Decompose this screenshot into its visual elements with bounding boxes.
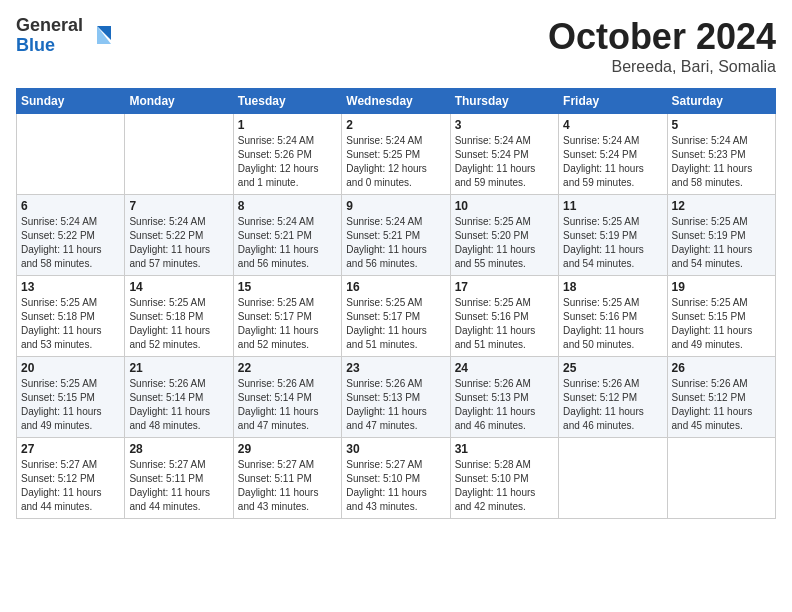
day-number: 3 [455,118,554,132]
logo-icon [87,22,115,50]
day-number: 11 [563,199,662,213]
calendar-cell: 15Sunrise: 5:25 AMSunset: 5:17 PMDayligh… [233,276,341,357]
calendar-cell: 27Sunrise: 5:27 AMSunset: 5:12 PMDayligh… [17,438,125,519]
day-number: 16 [346,280,445,294]
calendar-cell: 1Sunrise: 5:24 AMSunset: 5:26 PMDaylight… [233,114,341,195]
calendar-cell: 13Sunrise: 5:25 AMSunset: 5:18 PMDayligh… [17,276,125,357]
calendar-week-row: 27Sunrise: 5:27 AMSunset: 5:12 PMDayligh… [17,438,776,519]
day-info: Sunrise: 5:25 AMSunset: 5:19 PMDaylight:… [563,215,662,271]
calendar-cell [125,114,233,195]
day-info: Sunrise: 5:27 AMSunset: 5:11 PMDaylight:… [238,458,337,514]
calendar-cell: 26Sunrise: 5:26 AMSunset: 5:12 PMDayligh… [667,357,775,438]
day-info: Sunrise: 5:26 AMSunset: 5:12 PMDaylight:… [672,377,771,433]
month-title: October 2024 [548,16,776,58]
calendar-cell [17,114,125,195]
day-info: Sunrise: 5:25 AMSunset: 5:15 PMDaylight:… [21,377,120,433]
calendar-cell: 29Sunrise: 5:27 AMSunset: 5:11 PMDayligh… [233,438,341,519]
calendar-cell: 22Sunrise: 5:26 AMSunset: 5:14 PMDayligh… [233,357,341,438]
day-info: Sunrise: 5:24 AMSunset: 5:21 PMDaylight:… [346,215,445,271]
weekday-header: Sunday [17,89,125,114]
weekday-header: Saturday [667,89,775,114]
day-number: 29 [238,442,337,456]
day-number: 9 [346,199,445,213]
day-number: 8 [238,199,337,213]
weekday-header: Wednesday [342,89,450,114]
day-info: Sunrise: 5:24 AMSunset: 5:23 PMDaylight:… [672,134,771,190]
calendar-cell: 19Sunrise: 5:25 AMSunset: 5:15 PMDayligh… [667,276,775,357]
day-info: Sunrise: 5:24 AMSunset: 5:26 PMDaylight:… [238,134,337,190]
calendar-cell: 31Sunrise: 5:28 AMSunset: 5:10 PMDayligh… [450,438,558,519]
day-info: Sunrise: 5:25 AMSunset: 5:16 PMDaylight:… [455,296,554,352]
day-info: Sunrise: 5:26 AMSunset: 5:14 PMDaylight:… [129,377,228,433]
day-number: 20 [21,361,120,375]
calendar-cell: 21Sunrise: 5:26 AMSunset: 5:14 PMDayligh… [125,357,233,438]
calendar-week-row: 1Sunrise: 5:24 AMSunset: 5:26 PMDaylight… [17,114,776,195]
day-number: 13 [21,280,120,294]
day-info: Sunrise: 5:24 AMSunset: 5:25 PMDaylight:… [346,134,445,190]
day-number: 18 [563,280,662,294]
logo-blue: Blue [16,36,83,56]
calendar-header-row: SundayMondayTuesdayWednesdayThursdayFrid… [17,89,776,114]
day-info: Sunrise: 5:24 AMSunset: 5:22 PMDaylight:… [21,215,120,271]
calendar-cell: 14Sunrise: 5:25 AMSunset: 5:18 PMDayligh… [125,276,233,357]
day-info: Sunrise: 5:25 AMSunset: 5:15 PMDaylight:… [672,296,771,352]
logo: General Blue [16,16,115,56]
day-number: 23 [346,361,445,375]
calendar-cell: 16Sunrise: 5:25 AMSunset: 5:17 PMDayligh… [342,276,450,357]
day-info: Sunrise: 5:25 AMSunset: 5:16 PMDaylight:… [563,296,662,352]
day-info: Sunrise: 5:25 AMSunset: 5:17 PMDaylight:… [238,296,337,352]
day-number: 26 [672,361,771,375]
logo-general: General [16,16,83,36]
day-number: 21 [129,361,228,375]
day-number: 22 [238,361,337,375]
weekday-header: Friday [559,89,667,114]
day-number: 7 [129,199,228,213]
day-info: Sunrise: 5:27 AMSunset: 5:12 PMDaylight:… [21,458,120,514]
calendar-cell: 18Sunrise: 5:25 AMSunset: 5:16 PMDayligh… [559,276,667,357]
day-number: 10 [455,199,554,213]
calendar-cell: 6Sunrise: 5:24 AMSunset: 5:22 PMDaylight… [17,195,125,276]
calendar-cell: 5Sunrise: 5:24 AMSunset: 5:23 PMDaylight… [667,114,775,195]
calendar-week-row: 6Sunrise: 5:24 AMSunset: 5:22 PMDaylight… [17,195,776,276]
calendar-cell: 4Sunrise: 5:24 AMSunset: 5:24 PMDaylight… [559,114,667,195]
day-number: 1 [238,118,337,132]
day-number: 19 [672,280,771,294]
weekday-header: Tuesday [233,89,341,114]
calendar-cell: 2Sunrise: 5:24 AMSunset: 5:25 PMDaylight… [342,114,450,195]
day-info: Sunrise: 5:26 AMSunset: 5:13 PMDaylight:… [455,377,554,433]
calendar-table: SundayMondayTuesdayWednesdayThursdayFrid… [16,88,776,519]
calendar-cell: 17Sunrise: 5:25 AMSunset: 5:16 PMDayligh… [450,276,558,357]
calendar-cell: 24Sunrise: 5:26 AMSunset: 5:13 PMDayligh… [450,357,558,438]
calendar-cell: 30Sunrise: 5:27 AMSunset: 5:10 PMDayligh… [342,438,450,519]
day-number: 28 [129,442,228,456]
day-info: Sunrise: 5:27 AMSunset: 5:10 PMDaylight:… [346,458,445,514]
calendar-cell: 20Sunrise: 5:25 AMSunset: 5:15 PMDayligh… [17,357,125,438]
weekday-header: Monday [125,89,233,114]
day-info: Sunrise: 5:25 AMSunset: 5:18 PMDaylight:… [129,296,228,352]
calendar-cell: 10Sunrise: 5:25 AMSunset: 5:20 PMDayligh… [450,195,558,276]
day-info: Sunrise: 5:25 AMSunset: 5:20 PMDaylight:… [455,215,554,271]
day-info: Sunrise: 5:24 AMSunset: 5:22 PMDaylight:… [129,215,228,271]
day-info: Sunrise: 5:24 AMSunset: 5:21 PMDaylight:… [238,215,337,271]
day-number: 30 [346,442,445,456]
calendar-cell: 25Sunrise: 5:26 AMSunset: 5:12 PMDayligh… [559,357,667,438]
calendar-cell: 3Sunrise: 5:24 AMSunset: 5:24 PMDaylight… [450,114,558,195]
day-number: 15 [238,280,337,294]
calendar-cell: 9Sunrise: 5:24 AMSunset: 5:21 PMDaylight… [342,195,450,276]
calendar-cell: 8Sunrise: 5:24 AMSunset: 5:21 PMDaylight… [233,195,341,276]
day-number: 17 [455,280,554,294]
day-number: 27 [21,442,120,456]
subtitle: Bereeda, Bari, Somalia [548,58,776,76]
day-number: 24 [455,361,554,375]
calendar-cell [667,438,775,519]
day-number: 6 [21,199,120,213]
day-info: Sunrise: 5:28 AMSunset: 5:10 PMDaylight:… [455,458,554,514]
logo-text: General Blue [16,16,83,56]
day-info: Sunrise: 5:26 AMSunset: 5:13 PMDaylight:… [346,377,445,433]
day-number: 25 [563,361,662,375]
calendar-cell: 23Sunrise: 5:26 AMSunset: 5:13 PMDayligh… [342,357,450,438]
day-info: Sunrise: 5:25 AMSunset: 5:17 PMDaylight:… [346,296,445,352]
day-info: Sunrise: 5:26 AMSunset: 5:14 PMDaylight:… [238,377,337,433]
calendar-cell: 7Sunrise: 5:24 AMSunset: 5:22 PMDaylight… [125,195,233,276]
weekday-header: Thursday [450,89,558,114]
